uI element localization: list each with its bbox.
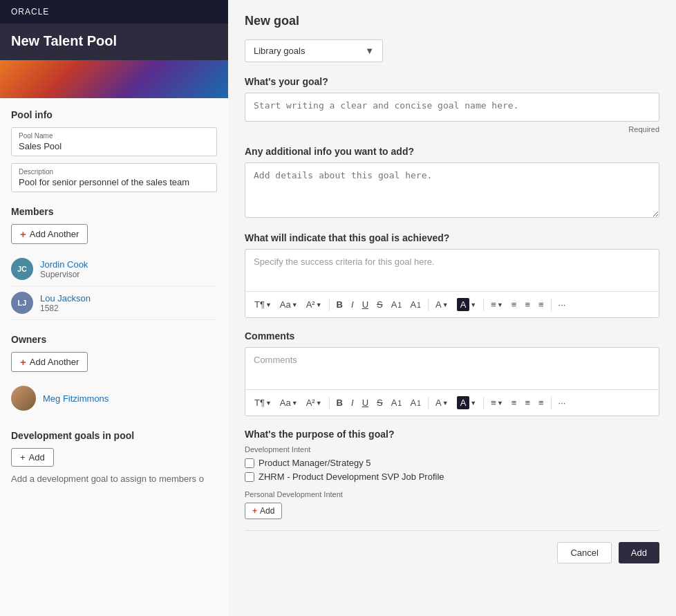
avatar: JC: [11, 258, 33, 280]
font-color-button[interactable]: A ▼: [432, 297, 452, 312]
additional-info-section: Any additional info you want to add?: [245, 146, 659, 220]
oracle-brand: ORACLE: [0, 0, 228, 24]
personal-dev-section: Personal Development Intent + Add: [245, 490, 659, 519]
bold-button[interactable]: B: [333, 297, 346, 312]
goal-name-input[interactable]: [245, 93, 659, 122]
member-row: LJ Lou Jackson 1582: [11, 286, 217, 320]
bullet-list-button[interactable]: ≡: [508, 297, 520, 312]
add-member-label: Add Another: [30, 229, 79, 239]
goals-empty-text: Add a development goal to assign to memb…: [11, 474, 217, 484]
separator: [428, 299, 429, 311]
library-dropdown-row: Library goals ▼: [245, 39, 659, 62]
strikethrough-button[interactable]: S: [373, 395, 386, 410]
checkbox-row: ZHRM - Product Development SVP Job Profi…: [245, 472, 659, 482]
font-color-button[interactable]: A ▼: [432, 395, 452, 410]
dev-intent-label: Development Intent: [245, 445, 659, 454]
pool-info-section: Pool info Pool Name Sales Pool Descripti…: [11, 109, 217, 192]
highlight-button[interactable]: A ▼: [453, 296, 480, 313]
success-criteria-placeholder: Specify the success criteria for this go…: [254, 256, 435, 267]
italic-button[interactable]: I: [348, 297, 357, 312]
bold-button[interactable]: B: [333, 395, 346, 410]
paragraph-button[interactable]: T¶ ▼: [251, 395, 275, 410]
purpose-section: What's the purpose of this goal? Develop…: [245, 429, 659, 519]
purpose-title: What's the purpose of this goal?: [245, 429, 659, 440]
paragraph-button[interactable]: T¶ ▼: [251, 297, 275, 312]
align-button[interactable]: ≡ ▼: [487, 297, 507, 312]
pool-info-label: Pool info: [11, 109, 217, 120]
separator: [329, 397, 330, 409]
italic-button[interactable]: I: [348, 395, 357, 410]
member-sub: Supervisor: [40, 270, 88, 279]
description-value: Pool for senior personnel of the sales t…: [19, 177, 189, 187]
description-field: Description Pool for senior personnel of…: [11, 163, 217, 192]
purpose-checkbox-1[interactable]: [245, 458, 254, 468]
owner-avatar: [11, 386, 36, 411]
chevron-down-icon: ▼: [365, 46, 374, 56]
highlight-button[interactable]: A ▼: [453, 394, 480, 411]
success-criteria-editor: Specify the success criteria for this go…: [245, 249, 659, 318]
member-sub: 1582: [40, 304, 91, 313]
indent-button[interactable]: ≡: [535, 297, 547, 312]
plus-icon: +: [20, 356, 26, 368]
comments-toolbar: T¶ ▼ Aa ▼ A² ▼ B I U S A1 A1 A ▼ A ▼ ≡ ▼…: [245, 389, 659, 416]
pool-name-value: Sales Pool: [19, 141, 62, 151]
right-panel: New goal Library goals ▼ What's your goa…: [228, 0, 676, 616]
font-button[interactable]: Aa ▼: [276, 297, 301, 312]
pool-name-label: Pool Name: [19, 132, 209, 140]
comments-title: Comments: [245, 330, 659, 342]
font-button[interactable]: Aa ▼: [276, 395, 301, 410]
goal-name-title: What's your goal?: [245, 76, 659, 87]
member-row: JC Jordin Cook Supervisor: [11, 252, 217, 286]
superscript-button[interactable]: A1: [388, 395, 406, 410]
add-member-button[interactable]: + Add Another: [11, 224, 88, 244]
strikethrough-button[interactable]: S: [373, 297, 386, 312]
library-goals-dropdown[interactable]: Library goals ▼: [245, 39, 383, 62]
avatar: LJ: [11, 292, 33, 314]
cancel-button[interactable]: Cancel: [557, 542, 611, 563]
add-goal-button[interactable]: + Add: [11, 448, 54, 467]
underline-button[interactable]: U: [359, 297, 372, 312]
personal-dev-label: Personal Development Intent: [245, 490, 659, 498]
comments-content[interactable]: Comments: [245, 348, 659, 389]
separator: [428, 397, 429, 409]
add-owner-button[interactable]: + Add Another: [11, 352, 88, 372]
underline-button[interactable]: U: [359, 395, 372, 410]
additional-info-title: Any additional info you want to add?: [245, 146, 659, 157]
purpose-checkbox-2[interactable]: [245, 472, 254, 482]
left-content: Pool info Pool Name Sales Pool Descripti…: [0, 98, 228, 616]
add-personal-dev-label: Add: [260, 506, 274, 516]
add-personal-dev-button[interactable]: + Add: [245, 503, 282, 519]
numbered-list-button[interactable]: ≡: [521, 297, 534, 312]
required-label: Required: [245, 125, 659, 133]
add-goal-label: Add: [29, 452, 45, 463]
indent-button[interactable]: ≡: [535, 395, 547, 410]
owner-name: Meg Fitzimmons: [43, 393, 109, 404]
member-name: Lou Jackson: [40, 293, 91, 304]
purpose-option-1: Product Manager/Strategy 5: [259, 458, 371, 468]
checkbox-row: Product Manager/Strategy 5: [245, 458, 659, 468]
more-options-button[interactable]: ···: [555, 395, 570, 410]
separator: [329, 299, 330, 311]
plus-icon: +: [20, 452, 26, 463]
subscript-button[interactable]: A1: [406, 395, 424, 410]
success-criteria-title: What will indicate that this goal is ach…: [245, 232, 659, 243]
owners-label: Owners: [11, 334, 217, 345]
subscript-button[interactable]: A1: [406, 297, 424, 312]
separator: [483, 299, 484, 311]
purpose-option-2: ZHRM - Product Development SVP Job Profi…: [259, 472, 444, 482]
align-button[interactable]: ≡ ▼: [487, 395, 507, 410]
separator: [483, 397, 484, 409]
more-options-button[interactable]: ···: [555, 297, 570, 312]
bullet-list-button[interactable]: ≡: [508, 395, 520, 410]
font-size-button[interactable]: A² ▼: [303, 297, 326, 312]
success-criteria-content[interactable]: Specify the success criteria for this go…: [245, 250, 659, 291]
additional-info-input[interactable]: [245, 162, 659, 218]
add-button[interactable]: Add: [619, 542, 659, 563]
separator: [551, 397, 552, 409]
goals-label: Development goals in pool: [11, 430, 217, 441]
superscript-button[interactable]: A1: [388, 297, 406, 312]
owner-info: Meg Fitzimmons: [43, 393, 109, 404]
font-size-button[interactable]: A² ▼: [303, 395, 326, 410]
numbered-list-button[interactable]: ≡: [521, 395, 534, 410]
plus-icon: +: [252, 506, 257, 516]
